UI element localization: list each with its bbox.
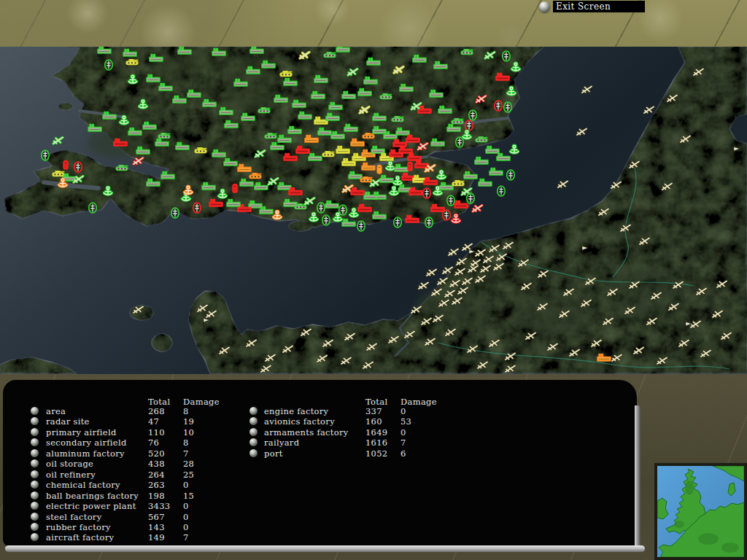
aircraft-icon[interactable]: [470, 202, 486, 214]
factory-icon[interactable]: [297, 109, 313, 121]
luftwaffe-plane-icon[interactable]: [364, 341, 380, 352]
factory-icon[interactable]: [291, 98, 307, 109]
factory-icon[interactable]: [328, 100, 344, 112]
factory-icon[interactable]: [127, 125, 143, 137]
tank-vehicle-icon[interactable]: [124, 55, 140, 67]
radar-site-icon[interactable]: [390, 217, 406, 228]
tank-vehicle-icon[interactable]: [459, 47, 475, 57]
luftwaffe-plane-icon[interactable]: [503, 350, 519, 362]
radar-site-icon[interactable]: [503, 169, 519, 181]
luftwaffe-plane-icon[interactable]: [386, 333, 402, 345]
factory-icon[interactable]: [310, 89, 326, 101]
factory-icon[interactable]: [201, 97, 217, 109]
factory-icon[interactable]: [282, 76, 298, 88]
anchor-port-icon[interactable]: [180, 184, 196, 196]
category-toggle-sphere[interactable]: [31, 523, 39, 531]
category-toggle-sphere[interactable]: [249, 438, 258, 446]
factory-icon[interactable]: [135, 144, 151, 156]
strategic-map[interactable]: [0, 47, 747, 374]
luftwaffe-plane-icon[interactable]: [574, 125, 590, 137]
luftwaffe-plane-icon[interactable]: [449, 295, 465, 306]
factory-icon[interactable]: [142, 120, 158, 131]
luftwaffe-plane-icon[interactable]: [557, 308, 573, 319]
category-toggle-sphere[interactable]: [31, 417, 39, 425]
luftwaffe-plane-icon[interactable]: [579, 83, 595, 95]
factory-icon[interactable]: [411, 52, 427, 64]
factory-icon[interactable]: [208, 197, 224, 209]
factory-icon[interactable]: [87, 122, 103, 133]
anchor-port-icon[interactable]: [448, 213, 464, 225]
radar-site-icon[interactable]: [490, 100, 506, 112]
luftwaffe-plane-icon[interactable]: [714, 278, 730, 289]
luftwaffe-plane-icon[interactable]: [320, 337, 336, 349]
luftwaffe-plane-icon[interactable]: [465, 343, 481, 354]
luftwaffe-plane-icon[interactable]: [523, 330, 539, 341]
aircraft-icon[interactable]: [345, 66, 361, 77]
category-toggle-sphere[interactable]: [31, 407, 39, 415]
factory-icon[interactable]: [488, 166, 504, 177]
flag-marker-icon[interactable]: [576, 244, 592, 256]
radar-site-icon[interactable]: [498, 50, 514, 62]
radar-site-icon[interactable]: [189, 202, 205, 214]
luftwaffe-plane-icon[interactable]: [589, 337, 605, 349]
luftwaffe-plane-icon[interactable]: [609, 351, 625, 363]
luftwaffe-plane-icon[interactable]: [608, 179, 624, 190]
luftwaffe-plane-icon[interactable]: [710, 308, 726, 319]
luftwaffe-plane-icon[interactable]: [422, 335, 438, 347]
anchor-port-icon[interactable]: [100, 185, 116, 197]
factory-icon[interactable]: [145, 176, 161, 188]
luftwaffe-plane-icon[interactable]: [535, 268, 551, 279]
luftwaffe-plane-icon[interactable]: [500, 239, 516, 251]
factory-icon[interactable]: [433, 59, 449, 71]
factory-icon[interactable]: [363, 74, 379, 86]
luftwaffe-plane-icon[interactable]: [678, 133, 694, 144]
category-toggle-sphere[interactable]: [31, 513, 39, 521]
factory-icon[interactable]: [240, 111, 256, 122]
luftwaffe-plane-icon[interactable]: [342, 330, 358, 342]
tank-vehicle-icon[interactable]: [378, 90, 394, 101]
category-toggle-sphere[interactable]: [31, 502, 39, 510]
luftwaffe-plane-icon[interactable]: [217, 344, 233, 356]
aircraft-icon[interactable]: [391, 63, 407, 75]
factory-icon[interactable]: [249, 47, 265, 55]
luftwaffe-plane-icon[interactable]: [535, 300, 551, 312]
luftwaffe-plane-icon[interactable]: [641, 104, 657, 115]
factory-icon[interactable]: [495, 71, 511, 82]
flag-marker-icon[interactable]: [462, 248, 479, 260]
luftwaffe-plane-icon[interactable]: [491, 260, 507, 272]
factory-icon[interactable]: [313, 73, 329, 85]
exit-button-sphere[interactable]: [539, 1, 550, 12]
luftwaffe-plane-icon[interactable]: [567, 346, 583, 358]
category-toggle-sphere[interactable]: [31, 470, 39, 478]
luftwaffe-plane-icon[interactable]: [545, 341, 561, 352]
factory-icon[interactable]: [473, 155, 489, 166]
luftwaffe-plane-icon[interactable]: [637, 235, 653, 246]
luftwaffe-plane-icon[interactable]: [360, 359, 376, 370]
factory-icon[interactable]: [160, 169, 176, 181]
luftwaffe-plane-icon[interactable]: [600, 315, 616, 327]
factory-icon[interactable]: [371, 209, 387, 221]
factory-icon[interactable]: [477, 176, 493, 188]
factory-icon[interactable]: [273, 93, 289, 104]
aircraft-icon[interactable]: [71, 173, 87, 184]
factory-icon[interactable]: [365, 55, 382, 67]
radar-site-icon[interactable]: [353, 220, 369, 232]
luftwaffe-plane-icon[interactable]: [409, 303, 425, 315]
aircraft-icon[interactable]: [252, 147, 268, 159]
factory-icon[interactable]: [112, 136, 128, 148]
factory-icon[interactable]: [398, 82, 414, 93]
aircraft-icon[interactable]: [415, 140, 431, 152]
anchor-port-icon[interactable]: [55, 177, 71, 189]
minimap[interactable]: [654, 463, 747, 560]
radar-site-icon[interactable]: [465, 109, 481, 121]
factory-icon[interactable]: [335, 47, 351, 54]
luftwaffe-plane-icon[interactable]: [698, 347, 714, 359]
factory-icon[interactable]: [335, 144, 351, 155]
anchor-port-icon[interactable]: [135, 98, 151, 110]
tank-vehicle-icon[interactable]: [320, 147, 336, 159]
tank-vehicle-icon[interactable]: [193, 144, 209, 155]
luftwaffe-plane-icon[interactable]: [338, 354, 355, 366]
luftwaffe-plane-icon[interactable]: [416, 279, 432, 291]
luftwaffe-plane-icon[interactable]: [583, 275, 599, 287]
aircraft-icon[interactable]: [482, 49, 498, 61]
